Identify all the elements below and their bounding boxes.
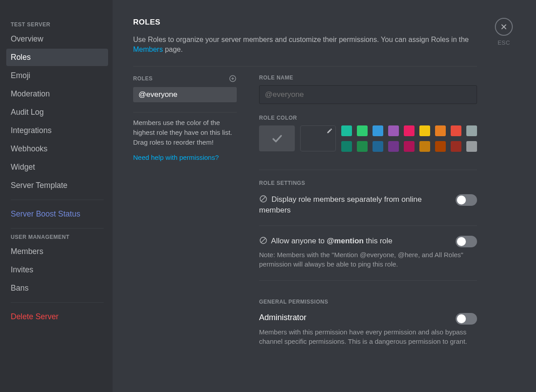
toggle-administrator[interactable]	[456, 313, 477, 325]
color-swatch[interactable]	[451, 141, 461, 152]
sidebar-separator	[11, 228, 104, 229]
roles-hint-text: Members use the color of the highest rol…	[133, 118, 237, 147]
setting-allow-mention-after: this role	[364, 237, 392, 245]
prohibit-icon	[259, 195, 268, 203]
roles-list-label-text: ROLES	[133, 75, 153, 82]
divider	[259, 280, 477, 281]
role-list-item-everyone[interactable]: @everyone	[133, 87, 237, 102]
add-role-icon[interactable]	[229, 75, 237, 83]
color-swatch[interactable]	[466, 141, 477, 152]
color-swatch[interactable]	[419, 125, 430, 136]
sidebar-item-server-template[interactable]: Server Template	[6, 177, 108, 194]
color-swatch[interactable]	[357, 141, 368, 152]
sidebar-item-widget[interactable]: Widget	[6, 158, 108, 176]
members-link[interactable]: Members	[133, 46, 163, 53]
sidebar-item-overview[interactable]: Overview	[6, 30, 108, 48]
sidebar-item-moderation[interactable]: Moderation	[6, 85, 108, 103]
setting-allow-mention-note: Note: Members with the "Mention @everyon…	[259, 250, 477, 269]
roles-list-label: ROLES	[133, 75, 237, 83]
color-swatch[interactable]	[357, 125, 368, 136]
color-swatch[interactable]	[388, 141, 399, 152]
color-swatch[interactable]	[451, 125, 461, 136]
sidebar-separator	[11, 200, 104, 200]
color-swatch[interactable]	[435, 141, 446, 152]
color-swatch[interactable]	[341, 141, 352, 152]
page-title: ROLES	[133, 18, 477, 27]
color-swatch[interactable]	[373, 141, 383, 152]
sidebar-item-boost-status[interactable]: Server Boost Status	[6, 205, 108, 223]
prohibit-icon	[259, 236, 268, 245]
color-swatch-grid	[341, 125, 477, 152]
role-name-input[interactable]	[259, 85, 477, 104]
setting-allow-mention: Allow anyone to @mention this role	[259, 236, 392, 246]
sidebar-header-user-mgmt: USER MANAGEMENT	[11, 234, 104, 240]
toggle-allow-mention[interactable]	[456, 236, 477, 247]
role-settings-label: ROLE SETTINGS	[259, 180, 477, 186]
color-swatch[interactable]	[404, 141, 415, 152]
sidebar-item-delete-server[interactable]: Delete Server	[6, 308, 108, 325]
sidebar-item-invites[interactable]: Invites	[6, 261, 108, 279]
setting-allow-mention-bold: @mention	[327, 237, 364, 245]
setting-display-separately: Display role members separately from onl…	[259, 194, 447, 216]
color-swatch[interactable]	[373, 125, 383, 136]
settings-sidebar: TEST SERVER Overview Roles Emoji Moderat…	[0, 0, 113, 392]
sidebar-item-roles[interactable]: Roles	[6, 49, 108, 66]
close-button[interactable]	[495, 18, 513, 36]
color-swatch[interactable]	[404, 125, 415, 136]
sidebar-item-audit-log[interactable]: Audit Log	[6, 104, 108, 121]
pencil-icon	[327, 128, 333, 134]
role-name-label: ROLE NAME	[259, 75, 477, 81]
sidebar-item-webhooks[interactable]: Webhooks	[6, 140, 108, 158]
page-description: Use Roles to organize your server member…	[133, 35, 477, 54]
color-swatch[interactable]	[435, 125, 446, 136]
color-swatch[interactable]	[419, 141, 430, 152]
divider	[259, 170, 477, 170]
general-permissions-label: GENERAL PERMISSIONS	[259, 299, 477, 305]
divider	[133, 66, 477, 67]
divider	[133, 112, 237, 113]
color-swatch[interactable]	[341, 125, 352, 136]
sidebar-item-bans[interactable]: Bans	[6, 279, 108, 297]
svg-line-4	[261, 197, 266, 201]
sidebar-header-server: TEST SERVER	[11, 21, 104, 28]
svg-line-6	[261, 238, 266, 243]
color-swatch[interactable]	[388, 125, 399, 136]
sidebar-item-integrations[interactable]: Integrations	[6, 122, 108, 139]
color-default-swatch[interactable]	[259, 125, 295, 151]
setting-display-separately-text: Display role members separately from onl…	[259, 195, 422, 214]
permission-administrator-title: Administrator	[259, 313, 306, 322]
toggle-display-separately[interactable]	[456, 194, 477, 206]
esc-label: ESC	[498, 39, 510, 46]
role-color-label: ROLE COLOR	[259, 115, 477, 121]
divider	[259, 225, 477, 226]
permission-administrator-note: Members with this permission have every …	[259, 327, 477, 346]
page-desc-text: Use Roles to organize your server member…	[133, 36, 469, 43]
color-swatch[interactable]	[466, 125, 477, 136]
setting-allow-mention-before: Allow anyone to	[271, 237, 327, 245]
sidebar-separator	[11, 302, 104, 303]
sidebar-item-members[interactable]: Members	[6, 243, 108, 260]
page-desc-text: page.	[163, 46, 183, 53]
sidebar-item-emoji[interactable]: Emoji	[6, 67, 108, 84]
permissions-help-link[interactable]: Need help with permissions?	[133, 154, 219, 161]
main-content: ROLES Use Roles to organize your server …	[113, 0, 536, 392]
color-custom-swatch[interactable]	[300, 125, 336, 151]
